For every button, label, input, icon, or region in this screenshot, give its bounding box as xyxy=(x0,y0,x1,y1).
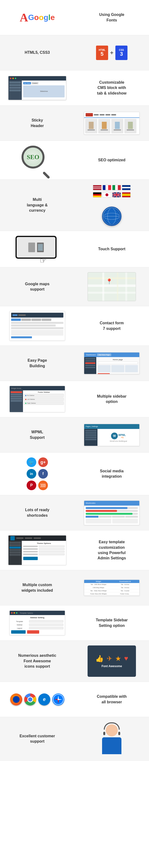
widget-table-cell: Widget Downloaded At Tab - CMS Block Wid… xyxy=(74,575,149,600)
wpml-desc: WordPress Multilingual xyxy=(110,440,127,442)
admin-form: Theme Options xyxy=(22,541,66,565)
row-touch: ☞ Touch Support xyxy=(0,231,149,268)
sticky-header-label-cell: StickyHeader xyxy=(0,113,74,133)
shortcode-mockup: Shortcodes xyxy=(84,500,140,525)
google-fonts-text: Using GoogleFonts xyxy=(99,12,124,23)
tss-sidebar-select[interactable] xyxy=(29,623,64,626)
cf7-label: Contact form7 support xyxy=(74,316,149,336)
tss-layout-select[interactable] xyxy=(29,627,64,629)
html5-css3-text: HTML5, CSS3 xyxy=(25,50,50,55)
tss-reset-button[interactable] xyxy=(27,630,39,633)
wt-header-1: Widget xyxy=(85,581,111,582)
tss-template-select[interactable] xyxy=(29,620,64,623)
admin-save-button[interactable] xyxy=(23,557,38,560)
widget-table-header: Widget Downloaded At xyxy=(84,580,139,583)
header-mockup xyxy=(84,112,140,134)
cms-mockup-cell: My Think Custom Slideshow xyxy=(0,71,74,105)
sm-nav xyxy=(10,390,23,412)
row-google-maps: Google mapssupport 📍 xyxy=(0,268,149,306)
row-customer-support: Excellent customersupport xyxy=(0,717,149,761)
pinterest-icon: P xyxy=(27,480,36,490)
html5-css3-icons-cell: HTML 5 + CSS 3 xyxy=(74,41,149,65)
pb-nav xyxy=(84,357,96,374)
row-template-sidebar: Template Options Sidebar Setting Templat… xyxy=(0,606,149,641)
row-custom-widgets: Multiple customwidgets included Widget D… xyxy=(0,570,149,606)
pb-mockup-cell: Dashboard Add New Page Home page xyxy=(74,347,149,379)
admin-wp-logo xyxy=(10,536,15,540)
linkedin-icon: in xyxy=(27,469,36,478)
admin-label: Easy templatecustomizationusing Powerful… xyxy=(74,534,149,566)
font-awesome-brand-label: Font Awesome xyxy=(102,664,122,668)
sm-content-area: Footer Sidebar No Sidebar Left Sidebar xyxy=(23,390,65,412)
wpml-mockup: Pages | Settings W WPML xyxy=(84,424,140,446)
tech-icons: HTML 5 + CSS 3 xyxy=(96,45,127,60)
shortcodes-label-cell: Lots of readyshortcodes xyxy=(0,502,74,523)
row-html5-css3: HTML5, CSS3 HTML 5 + CSS 3 xyxy=(0,35,149,70)
admin-input-4[interactable] xyxy=(39,553,65,555)
custom-widgets-text: Multiple customwidgets included xyxy=(22,582,53,593)
product-3 xyxy=(111,119,123,133)
firefox-icon xyxy=(10,693,22,706)
map-pin: 📍 xyxy=(106,278,113,285)
flag-de xyxy=(93,192,102,197)
map-road-h3 xyxy=(88,292,136,294)
flags-cell xyxy=(74,180,149,231)
flag-us xyxy=(93,185,102,190)
multi-lang-text: Multilanguage &currency xyxy=(27,197,48,213)
pb-content: Home page xyxy=(96,357,139,374)
map-road-v3 xyxy=(125,273,127,301)
wpml-nav xyxy=(84,429,98,446)
sc-progress-3 xyxy=(85,513,138,515)
sc-body xyxy=(84,506,139,525)
cms-main: My Think Custom Slideshow xyxy=(22,81,66,100)
widget-row-1: Tab - CMS Block Widget Tab - Archive xyxy=(84,583,139,586)
tss-save-button[interactable] xyxy=(11,630,26,633)
cms-block-text: CustomizableCMS block withtab & slidesho… xyxy=(97,80,126,96)
cms-header xyxy=(8,76,66,81)
sm-widget-list: No Sidebar Left Sidebar Right Sidebar xyxy=(24,394,64,405)
sidebar-options-label: Multiple sidebaroption xyxy=(74,389,149,409)
html5-css3-label-cell: HTML5, CSS3 xyxy=(0,45,74,60)
flag-jp xyxy=(103,192,111,197)
cms-mockup: My Think Custom Slideshow xyxy=(8,76,66,100)
thumbs-up-icon: 👍 xyxy=(95,655,104,662)
admin-mockup: Theme Options xyxy=(8,535,66,565)
cms-dot-yellow xyxy=(13,78,14,79)
rss-icon: )))) xyxy=(38,480,48,490)
sidebar-options-image: Widget Areas Footer Sidebar No Sidebar xyxy=(0,381,74,417)
support-person xyxy=(100,724,124,756)
flags-grid xyxy=(93,184,131,205)
touch-product-2 xyxy=(37,243,44,252)
seo-image-cell: SEO xyxy=(0,141,74,179)
touch-image-cell: ☞ xyxy=(0,231,74,267)
heart-icon: ♥ xyxy=(124,655,128,662)
row-google-fonts: A Google Using GoogleFonts xyxy=(0,0,149,35)
google-text: Google xyxy=(28,13,55,22)
admin-input-2[interactable] xyxy=(39,548,65,550)
product-row xyxy=(84,118,139,134)
admin-input-3[interactable] xyxy=(39,551,65,553)
seo-label: SEO optimized xyxy=(74,153,149,167)
shortcodes-image-cell: Shortcodes xyxy=(74,496,149,530)
seo-magnifier: SEO xyxy=(22,146,53,175)
person-body xyxy=(102,737,121,754)
admin-text: Easy templatecustomizationusing Powerful… xyxy=(98,539,126,561)
star-icon: ★ xyxy=(115,655,121,662)
browser-icons-cell: e xyxy=(0,689,74,710)
touch-product-1 xyxy=(28,243,35,252)
tss-label: Template SidebarSetting option xyxy=(74,613,149,633)
flag-es xyxy=(122,192,131,197)
social-icons-cell: 🐦 g+ in f P )))) xyxy=(0,453,74,495)
flags-container xyxy=(93,184,131,226)
sc-progress-1 xyxy=(85,507,138,509)
google-plus-icon: g+ xyxy=(38,457,48,467)
social-label: Social mediaintegration xyxy=(74,464,149,484)
pb-header: Dashboard Add New Page xyxy=(84,352,139,357)
facebook-icon: f xyxy=(38,469,48,478)
font-awesome-mockup: 👍 ✈ ★ ♥ Font Awesome xyxy=(88,646,136,677)
row-social: 🐦 g+ in f P )))) Social mediaintegration xyxy=(0,453,149,495)
touch-mockup: ☞ xyxy=(16,236,59,262)
font-awesome-label-cell: Numerious aestheticFont Awesomeicons sup… xyxy=(0,648,74,674)
admin-input-1[interactable] xyxy=(39,546,65,547)
row-admin: Theme Options xyxy=(0,530,149,570)
